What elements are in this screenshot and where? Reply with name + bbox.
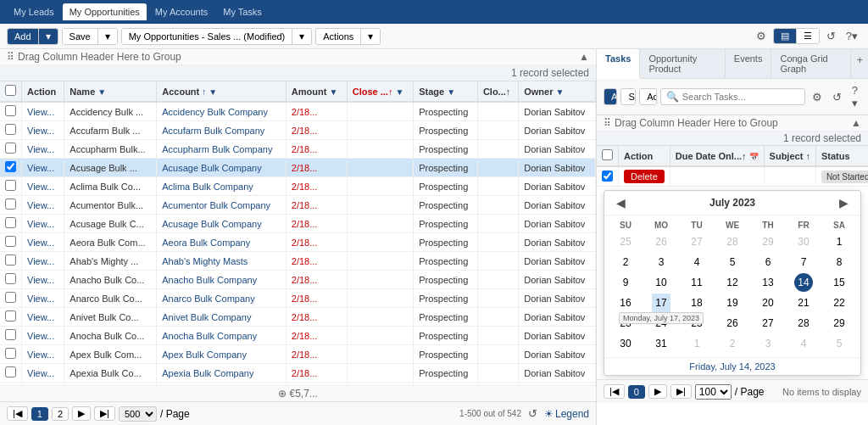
last-page-button[interactable]: ▶| — [94, 406, 115, 421]
right-select-all[interactable] — [602, 149, 613, 160]
cal-day-3-3[interactable]: 19 — [723, 294, 742, 312]
collapse-icon[interactable]: ▲ — [579, 51, 589, 63]
cal-day-1-4[interactable]: 6 — [759, 253, 777, 271]
right-add-button[interactable]: Add — [604, 89, 617, 104]
cal-day-0-4[interactable]: 29 — [759, 232, 777, 251]
header-name[interactable]: Name ▼ — [64, 81, 157, 102]
save-button[interactable]: Save — [63, 29, 98, 44]
right-collapse-icon[interactable]: ▲ — [851, 117, 861, 129]
row-checkbox-3[interactable] — [5, 161, 16, 172]
actions-dropdown-button[interactable]: ▾ — [361, 29, 380, 44]
nav-my-opportunities[interactable]: My Opportunities — [63, 3, 147, 20]
cal-day-2-1[interactable]: 10 — [652, 273, 670, 292]
cal-day-0-3[interactable]: 28 — [723, 232, 742, 251]
add-dropdown-button[interactable]: ▾ — [39, 29, 58, 44]
row-checkbox-4[interactable] — [5, 180, 16, 191]
header-clo[interactable]: Clo...↑ — [477, 81, 518, 102]
view-selector-button[interactable]: My Opportunities - Sales ... (Modified) — [122, 29, 293, 44]
cal-day-3-1[interactable]: 17Monday, July 17, 2023 — [652, 294, 670, 312]
cal-day-1-5[interactable]: 7 — [794, 253, 813, 271]
row-checkbox-6[interactable] — [5, 217, 16, 228]
cal-day-1-0[interactable]: 2 — [616, 253, 635, 271]
cal-day-2-4[interactable]: 13 — [759, 273, 777, 292]
cal-day-1-1[interactable]: 3 — [652, 253, 670, 271]
tab-more-button[interactable]: + — [851, 49, 868, 78]
row-checkbox-10[interactable] — [5, 292, 16, 303]
cal-day-0-6[interactable]: 1 — [830, 232, 849, 251]
cal-day-0-5[interactable]: 30 — [794, 232, 813, 251]
header-owner[interactable]: Owner ▼ — [519, 81, 596, 102]
add-button[interactable]: Add — [8, 29, 39, 44]
cal-day-1-6[interactable]: 8 — [830, 253, 849, 271]
cal-day-4-6[interactable]: 29 — [830, 314, 849, 333]
cal-day-5-6[interactable]: 5 — [830, 334, 849, 353]
row-checkbox-14[interactable] — [5, 366, 16, 377]
right-gear-icon[interactable]: ⚙ — [809, 89, 826, 105]
help-icon[interactable]: ?▾ — [843, 28, 861, 44]
actions-button[interactable]: Actions — [316, 29, 361, 44]
legend-link[interactable]: ☀ Legend — [544, 408, 589, 420]
cal-day-0-0[interactable]: 25 — [616, 232, 635, 251]
page-2-button[interactable]: 2 — [52, 407, 69, 421]
first-page-button[interactable]: |◀ — [7, 406, 28, 421]
grid-view-button[interactable]: ▤ — [774, 29, 797, 43]
table-cell[interactable]: View... — [22, 271, 64, 289]
cal-day-2-5[interactable]: 14 — [794, 273, 813, 292]
cal-day-4-3[interactable]: 26 — [723, 314, 742, 333]
cal-day-1-3[interactable]: 5 — [723, 253, 742, 271]
cal-day-0-1[interactable]: 26 — [652, 232, 670, 251]
right-first-page[interactable]: |◀ — [604, 384, 625, 399]
table-cell[interactable]: View... — [22, 121, 64, 140]
table-cell[interactable]: View... — [22, 177, 64, 196]
header-amount[interactable]: Amount ▼ — [286, 81, 347, 102]
cal-day-5-1[interactable]: 31 — [652, 334, 670, 353]
row-checkbox-7[interactable] — [5, 236, 16, 247]
cal-day-5-3[interactable]: 2 — [723, 334, 742, 353]
list-view-button[interactable]: ☰ — [797, 29, 819, 43]
pagination-refresh-icon[interactable]: ↺ — [525, 405, 541, 422]
cal-day-3-6[interactable]: 22 — [830, 294, 849, 312]
tab-tasks[interactable]: Tasks — [597, 49, 640, 79]
table-cell[interactable]: View... — [22, 289, 64, 308]
cal-day-3-2[interactable]: 18 — [687, 294, 706, 312]
row-checkbox-2[interactable] — [5, 143, 16, 154]
table-cell[interactable]: View... — [22, 327, 64, 345]
tab-conga-grid[interactable]: Conga Grid Graph — [771, 49, 851, 78]
right-next-page[interactable]: ▶ — [648, 384, 667, 399]
row-checkbox-5[interactable] — [5, 199, 16, 210]
tab-opportunity-product[interactable]: Opportunity Product — [640, 49, 725, 78]
cal-day-5-0[interactable]: 30 — [616, 334, 635, 353]
table-cell[interactable]: View... — [22, 140, 64, 159]
cal-day-3-0[interactable]: 16 — [616, 294, 635, 312]
page-1-button[interactable]: 1 — [31, 407, 48, 421]
row-checkbox-0[interactable] — [5, 105, 16, 116]
header-close[interactable]: Close ...↑ ▼ — [347, 81, 413, 102]
cal-day-2-2[interactable]: 11 — [687, 273, 706, 292]
cal-day-3-4[interactable]: 20 — [759, 294, 777, 312]
right-refresh-icon[interactable]: ↺ — [829, 89, 845, 105]
row-checkbox-8[interactable] — [5, 254, 16, 266]
row-checkbox-9[interactable] — [5, 273, 16, 284]
table-cell[interactable]: View... — [22, 215, 64, 233]
cal-day-5-4[interactable]: 3 — [759, 334, 777, 353]
row-checkbox-11[interactable] — [5, 310, 16, 322]
table-cell[interactable]: View... — [22, 345, 64, 364]
right-help-icon[interactable]: ?▾ — [849, 82, 861, 111]
cal-day-4-5[interactable]: 28 — [794, 314, 813, 333]
right-last-page[interactable]: ▶| — [670, 384, 692, 399]
cal-day-2-0[interactable]: 9 — [616, 273, 635, 292]
view-dropdown-button[interactable]: ▾ — [292, 29, 311, 44]
cal-day-2-3[interactable]: 12 — [723, 273, 742, 292]
right-save-button[interactable]: Save — [621, 89, 636, 104]
header-stage[interactable]: Stage ▼ — [414, 81, 478, 102]
calendar-next-button[interactable]: ▶ — [836, 196, 852, 210]
cal-day-2-6[interactable]: 15 — [830, 273, 849, 292]
table-cell[interactable]: View... — [22, 196, 64, 215]
right-per-page-select[interactable]: 100 — [695, 384, 732, 400]
right-table-container[interactable]: Action Due Date Onl...↑ 📅 Subject ↑ Stat… — [597, 146, 868, 187]
nav-my-leads[interactable]: My Leads — [7, 3, 61, 20]
right-actions-button[interactable]: Actions — [640, 89, 657, 104]
search-input[interactable] — [682, 92, 799, 102]
delete-button[interactable]: Delete — [624, 170, 665, 183]
gear-icon[interactable]: ⚙ — [753, 28, 770, 44]
